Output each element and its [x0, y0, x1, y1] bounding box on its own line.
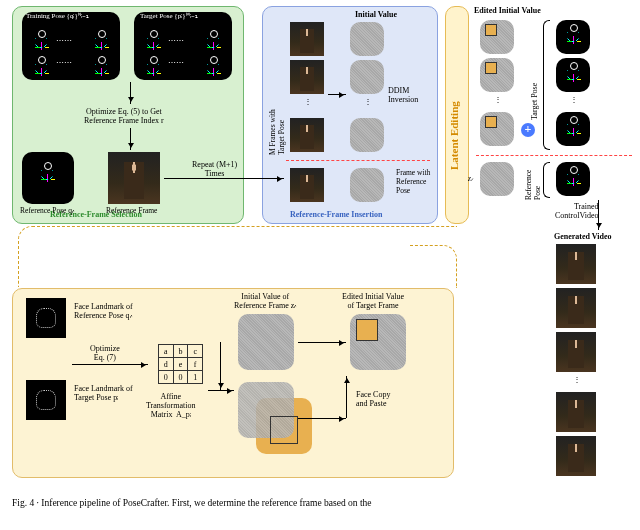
optimize7-label: Optimize Eq. (7): [90, 344, 120, 362]
face-landmark-tgt: [26, 380, 66, 420]
init-ref-zr: [238, 314, 294, 370]
generated-frame: [556, 436, 596, 476]
face-crop-box: [270, 416, 298, 444]
arrow-down-ref: [220, 342, 221, 390]
reference-frame-label: Reference Frame: [106, 206, 157, 215]
arrow-optimize5b: [130, 128, 131, 150]
reference-frame-thumb: [108, 152, 160, 204]
init-ref-label: Initial Value of Reference Frame zᵣ: [234, 292, 296, 310]
generated-frame: [556, 244, 596, 284]
frame-ref-pose-label: Frame with Reference Pose: [396, 168, 430, 195]
train-pose-thumb: [90, 54, 112, 76]
vdots: ⋮: [570, 95, 578, 104]
vdots: ⋮: [304, 97, 312, 106]
generated-video-label: Generated Video: [554, 232, 612, 241]
arrow-to-edit-bot: [298, 418, 346, 419]
arrow-optimize7: [72, 364, 148, 365]
optimize5-label: Optimize Eq. (5) to Get Reference Frame …: [84, 107, 164, 125]
matrix-label: Affine Transformation Matrix A_pᵢ: [146, 392, 195, 419]
pose-skeleton: [562, 114, 584, 144]
edited-initial-label: Edited Initial Value: [474, 6, 541, 15]
ellipsis: ⋯⋯: [168, 36, 184, 45]
plus-icon: +: [521, 123, 535, 137]
ddim-label: DDIM Inversion: [388, 86, 418, 104]
reference-frame-copy: [290, 168, 324, 202]
arrow-to-shift: [208, 390, 234, 391]
face-patch-marker: [485, 62, 497, 74]
arrow-to-edit-top: [298, 342, 346, 343]
initial-value-label: Initial Value: [355, 10, 397, 19]
initial-noise-thumb: [350, 60, 384, 94]
generated-frame: [556, 332, 596, 372]
vdots: ⋮: [573, 375, 581, 384]
brace-ref: [543, 162, 550, 198]
face-tgt-label: Face Landmark of Target Pose pᵢ: [74, 384, 133, 402]
initial-noise-thumb: [350, 22, 384, 56]
edit-tgt-label: Edited Initial Value of Target Frame: [342, 292, 404, 310]
vdots: ⋮: [364, 97, 372, 106]
latent-editing-label: Latent Editing: [448, 60, 460, 170]
ellipsis: ⋯⋯: [56, 36, 72, 45]
generated-frame: [556, 392, 596, 432]
zr-label: zᵣ: [468, 174, 473, 183]
reference-pose-label: Reference Pose qᵣ: [20, 206, 74, 215]
target-frame-thumb: [290, 60, 324, 94]
copy-label: Face Copy and Paste: [356, 390, 390, 408]
training-pose-label: Training Pose {qᵢ}ᴺᵢ₌₁: [26, 12, 89, 20]
dashed-connector: [18, 226, 457, 287]
target-pose-thumb: [142, 54, 164, 76]
pose-skeleton: [562, 164, 584, 194]
arrow-repeat: [164, 178, 284, 179]
affine-matrix: abc def 001: [158, 344, 203, 384]
face-ref-label: Face Landmark of Reference Pose qᵣ: [74, 302, 133, 320]
arrow-optimize5: [130, 82, 131, 104]
separator-dash: [476, 155, 632, 156]
generated-frame: [556, 288, 596, 328]
arrow-up-edit: [346, 376, 347, 418]
separator-dash: [286, 160, 430, 161]
arrow-ddim: [328, 94, 346, 95]
brace-target: [543, 20, 550, 150]
pose-skeleton: [562, 60, 584, 90]
target-frame-thumb: [290, 118, 324, 152]
trained-label: Trained ControlVideo: [555, 202, 599, 220]
reference-pose-skeleton: [36, 160, 62, 200]
zr-noise: [480, 162, 514, 196]
face-patch-large: [356, 319, 378, 341]
face-patch-marker: [485, 24, 497, 36]
target-pose-thumb: [202, 54, 224, 76]
figure-caption: Fig. 4 · Inference pipeline of PoseCraft…: [12, 498, 624, 508]
target-pose-vertical: Target Pose: [530, 40, 539, 120]
ellipsis: ⋯⋯: [56, 58, 72, 67]
vdots: ⋮: [494, 95, 502, 104]
initial-noise-thumb: [350, 118, 384, 152]
target-pose-label: Target Pose {pᵢ}ᴹᵢ₌₁: [140, 12, 198, 20]
pose-skeleton: [562, 22, 584, 52]
ellipsis: ⋯⋯: [168, 58, 184, 67]
m-frames-label: M Frames with Target Pose: [268, 35, 286, 155]
train-pose-thumb: [30, 54, 52, 76]
reference-noise-thumb: [350, 168, 384, 202]
target-frame-thumb: [290, 22, 324, 56]
repeat-label: Repeat (M+1) Times: [192, 160, 237, 178]
reference-pose-vertical: Reference Pose: [524, 160, 542, 200]
insertion-title: Reference-Frame Insertion: [290, 210, 382, 219]
face-patch-marker: [485, 116, 497, 128]
face-landmark-ref: [26, 298, 66, 338]
